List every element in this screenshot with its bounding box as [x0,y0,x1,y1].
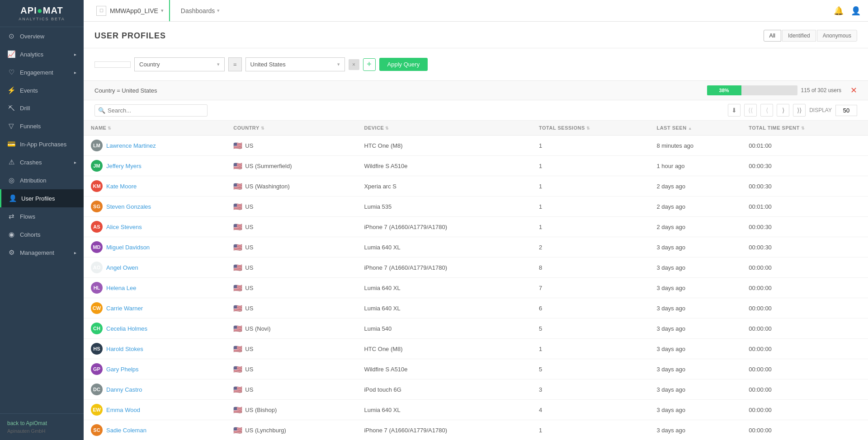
user-name[interactable]: Gary Phelps [106,366,139,373]
user-name[interactable]: Cecelia Holmes [106,325,147,332]
app-icon: ☐ [96,6,106,16]
table-row[interactable]: JM Jeffery Myers 🇺🇸US (Summerfield)Wildf… [84,156,868,176]
topbar: ☐ MMWApp0_LIVE Dashboards ▾ 🔔 👤 [84,0,868,22]
cell-device: Wildfire S A510e [357,156,532,176]
progress-bar-fill: 38% [707,85,741,95]
user-name[interactable]: Harold Stokes [106,346,143,352]
table-row[interactable]: SC Sadie Coleman 🇺🇸US (Lynchburg)iPhone … [84,420,868,440]
user-name[interactable]: Emma Wood [106,407,140,413]
filter-btn-anonymous[interactable]: Anonymous [817,30,857,42]
table-row[interactable]: GP Gary Phelps 🇺🇸USWildfire S A510e53 da… [84,359,868,379]
topbar-dashboards[interactable]: Dashboards ▾ [174,0,227,21]
table-row[interactable]: EW Emma Wood 🇺🇸US (Bishop)Lumia 640 XL43… [84,400,868,420]
sidebar-label-in-app-purchases: In-App Purchases [20,141,66,148]
col-header-timespent[interactable]: TOTAL TIME SPENT⇅ [741,121,868,136]
table-row[interactable]: AO Angel Owen 🇺🇸USiPhone 7 (A1660/A1779/… [84,257,868,278]
topbar-app[interactable]: ☐ MMWApp0_LIVE [91,0,170,21]
apply-query-button[interactable]: Apply Query [379,58,428,71]
add-filter-button[interactable]: + [363,58,376,71]
user-name[interactable]: Helena Lee [106,285,137,291]
query-value-dropdown[interactable]: United States ▾ [245,57,345,71]
table-row[interactable]: CH Cecelia Holmes 🇺🇸US (Novi)Lumia 54053… [84,318,868,339]
cell-device: Lumia 640 XL [357,278,532,298]
table-row[interactable]: MD Miguel Davidson 🇺🇸USLumia 640 XL23 da… [84,237,868,257]
col-header-name[interactable]: NAME⇅ [84,121,226,136]
col-header-sessions[interactable]: TOTAL SESSIONS⇅ [532,121,649,136]
sidebar-item-cohorts[interactable]: ◉ Cohorts [0,225,84,243]
close-results-button[interactable]: ✕ [850,85,857,95]
col-header-lastseen[interactable]: LAST SEEN▲ [649,121,741,136]
cell-sessions: 1 [532,217,649,237]
table-row[interactable]: LM Lawrence Martinez 🇺🇸USHTC One (M8)18 … [84,136,868,156]
app-name: MMWApp0_LIVE [110,7,158,14]
cell-time-spent: 00:00:00 [741,298,868,318]
cell-country: 🇺🇸US [226,339,357,359]
sidebar-icon-user-profiles: 👤 [9,194,17,202]
filter-btn-identified[interactable]: Identified [782,30,816,42]
user-avatar: CW [91,302,103,314]
sidebar-item-management[interactable]: ⚙ Management ▸ [0,243,84,262]
user-avatar: HL [91,282,103,294]
results-bar: Country = United States 38% 115 of 302 u… [84,81,868,100]
cell-last-seen: 3 days ago [649,278,741,298]
country-flag: 🇺🇸 [233,182,242,191]
notifications-icon[interactable]: 🔔 [834,6,844,16]
sidebar-item-analytics[interactable]: 📈 Analytics ▸ [0,45,84,63]
sidebar-icon-analytics: 📈 [7,50,15,58]
user-name[interactable]: Kate Moore [106,183,137,190]
download-button[interactable]: ⬇ [728,104,741,117]
app-dropdown-chevron[interactable] [161,8,164,14]
user-name[interactable]: Lawrence Martinez [106,142,156,149]
table-row[interactable]: HS Harold Stokes 🇺🇸USHTC One (M8)13 days… [84,339,868,359]
filter-btn-all[interactable]: All [764,30,781,42]
sidebar-label-engagement: Engagement [20,69,53,76]
country-value: US [245,386,253,393]
col-header-country[interactable]: COUNTRY⇅ [226,121,357,136]
country-flag: 🇺🇸 [233,162,242,170]
sidebar-item-attribution[interactable]: ◎ Attribution [0,171,84,189]
cell-name: SC Sadie Coleman [84,420,226,440]
user-name[interactable]: Danny Castro [106,386,142,393]
last-page-button[interactable]: ⟩⟩ [793,104,806,117]
sidebar-item-drill[interactable]: ⛏ Drill [0,99,84,117]
user-name[interactable]: Carrie Warner [106,305,143,312]
user-name[interactable]: Miguel Davidson [106,244,150,251]
cell-name: GP Gary Phelps [84,359,226,379]
sort-icon-country: ⇅ [261,126,265,131]
search-input[interactable] [94,104,208,117]
cell-sessions: 3 [532,379,649,400]
first-page-button[interactable]: ⟨⟨ [744,104,757,117]
sidebar-item-overview[interactable]: ⊙ Overview [0,27,84,45]
table-row[interactable]: HL Helena Lee 🇺🇸USLumia 640 XL73 days ag… [84,278,868,298]
cell-name: HL Helena Lee [84,278,226,298]
table-row[interactable]: KM Kate Moore 🇺🇸US (Washington)Xperia ar… [84,176,868,197]
progress-container: 38% 115 of 302 users ✕ [707,85,857,95]
user-name[interactable]: Angel Owen [106,264,138,271]
progress-label: 38% [719,88,729,93]
cell-last-seen: 3 days ago [649,400,741,420]
sidebar-item-events[interactable]: ⚡ Events [0,81,84,99]
sidebar-item-funnels[interactable]: ▽ Funnels [0,117,84,135]
cell-last-seen: 1 hour ago [649,156,741,176]
col-header-device[interactable]: DEVICE⇅ [357,121,532,136]
sidebar-item-crashes[interactable]: ⚠ Crashes ▸ [0,153,84,171]
display-count-input[interactable] [835,105,857,116]
next-page-button[interactable]: ⟩ [777,104,789,117]
sidebar-item-flows[interactable]: ⇄ Flows [0,207,84,225]
query-field-dropdown[interactable]: Country ▾ [134,57,225,71]
table-row[interactable]: SG Steven Gonzales 🇺🇸USLumia 53512 days … [84,197,868,217]
user-name[interactable]: Alice Stevens [106,224,142,230]
sidebar-item-in-app-purchases[interactable]: 💳 In-App Purchases [0,135,84,153]
sidebar-item-user-profiles[interactable]: 👤 User Profiles [0,189,84,207]
user-name[interactable]: Steven Gonzales [106,203,151,210]
user-name[interactable]: Jeffery Myers [106,163,142,169]
user-icon[interactable]: 👤 [851,6,861,16]
prev-page-button[interactable]: ⟨ [760,104,773,117]
back-to-apimat-link[interactable]: back to ApiOmat [7,420,76,426]
sidebar-item-engagement[interactable]: ♡ Engagement ▸ [0,63,84,81]
remove-filter-button[interactable]: × [349,59,359,70]
table-row[interactable]: AS Alice Stevens 🇺🇸USiPhone 7 (A1660/A17… [84,217,868,237]
user-name[interactable]: Sadie Coleman [106,427,146,434]
table-row[interactable]: DC Danny Castro 🇺🇸USiPod touch 6G33 days… [84,379,868,400]
table-row[interactable]: CW Carrie Warner 🇺🇸USLumia 640 XL63 days… [84,298,868,318]
